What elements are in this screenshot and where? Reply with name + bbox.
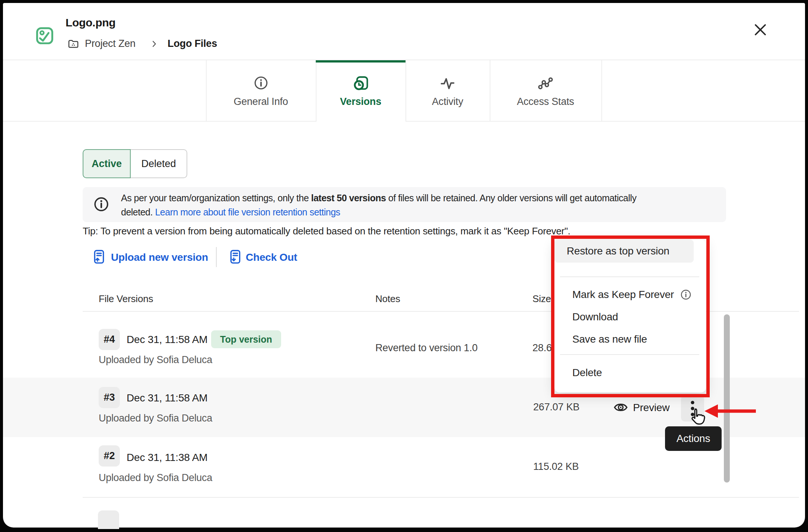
tab-versions[interactable]: Versions [316,60,405,121]
activity-icon [439,75,456,92]
version-date: Dec 31, 11:38 AM [127,452,207,464]
column-header-file-versions: File Versions [99,293,153,305]
close-icon [751,21,769,39]
info-icon [253,75,269,91]
row-actions-context-menu: Restore as top version Mark as Keep Fore… [554,240,706,392]
banner-bold: latest 50 versions [311,193,386,203]
vertical-scrollbar-thumb[interactable] [724,314,730,483]
banner-line2: deleted. Learn more about file version r… [121,207,340,218]
versions-icon [353,75,369,92]
column-header-notes: Notes [375,293,400,305]
menu-item-delete[interactable]: Delete [572,367,602,379]
tabs-bottom-border [3,121,316,122]
banner-line1: As per your team/organization settings, … [121,193,636,203]
folder-icon [67,38,80,50]
menu-item-label: Restore as top version [567,240,669,263]
retention-settings-link[interactable]: Learn more about file version retention … [155,207,340,217]
tab-label: Versions [316,96,405,108]
row-actions-button[interactable] [681,395,704,422]
tip-text: Tip: To prevent a version from being aut… [83,225,570,237]
menu-item-download[interactable]: Download [572,311,618,323]
filter-active-button[interactable]: Active [83,149,131,178]
version-number-badge: #3 [99,387,120,408]
version-size: 267.07 KB [533,401,579,413]
upload-version-icon [92,249,106,266]
chevron-right-icon [150,39,159,48]
filter-deleted-button[interactable]: Deleted [130,149,187,178]
version-date: Dec 31, 11:58 AM [127,334,207,346]
version-size: 115.02 KB [533,461,579,472]
tab-general-info[interactable]: General Info [206,60,316,121]
menu-item-mark-as-keep-forever[interactable]: Mark as Keep Forever [572,289,692,301]
menu-divider [560,354,699,355]
tab-label: General Info [206,96,316,108]
menu-item-restore-as-top-version[interactable]: Restore as top version [554,240,694,263]
info-circle-icon [680,289,692,301]
preview-button[interactable]: Preview [633,402,669,414]
row-divider [83,497,799,498]
menu-item-label: Mark as Keep Forever [572,289,674,301]
tab-activity[interactable]: Activity [405,60,490,121]
tabs-bottom-border [405,121,805,122]
version-uploader: Uploaded by Sofia Deluca [99,413,212,424]
tab-access-stats[interactable]: Access Stats [490,60,601,121]
upload-new-version-link[interactable]: Upload new version [111,251,208,263]
close-button[interactable] [751,21,769,39]
menu-divider [560,276,699,277]
version-note: Reverted to version 1.0 [375,342,478,354]
kebab-menu-icon [681,395,704,422]
check-out-link[interactable]: Check Out [246,251,297,263]
breadcrumb-parent[interactable]: Project Zen [85,38,136,49]
eye-icon [613,400,629,415]
image-file-icon [35,26,54,45]
actions-divider [216,247,217,267]
version-date: Dec 31, 11:58 AM [127,392,207,404]
tab-label: Access Stats [490,96,601,108]
version-uploader: Uploaded by Sofia Deluca [99,354,212,366]
tab-label: Activity [405,96,490,108]
actions-tooltip: Actions [665,426,722,451]
version-number-badge: #4 [99,329,120,350]
screenshot-root: Logo.png Project Zen Logo Files General … [0,0,808,532]
info-circle-icon [93,196,109,212]
top-version-badge: Top version [211,330,281,348]
version-number-badge: #2 [99,445,120,467]
retention-info-banner: As per your team/organization settings, … [83,187,726,222]
column-header-size: Size [532,293,551,305]
check-out-icon [228,249,243,266]
tab-divider [601,60,602,122]
version-number-badge-partial [98,510,119,529]
version-uploader: Uploaded by Sofia Deluca [99,472,212,484]
version-size: 28.6 [532,342,552,354]
breadcrumb-current[interactable]: Logo Files [168,38,217,49]
menu-item-save-as-new-file[interactable]: Save as new file [572,333,647,345]
access-stats-icon [537,75,554,92]
page-title: Logo.png [66,16,115,29]
